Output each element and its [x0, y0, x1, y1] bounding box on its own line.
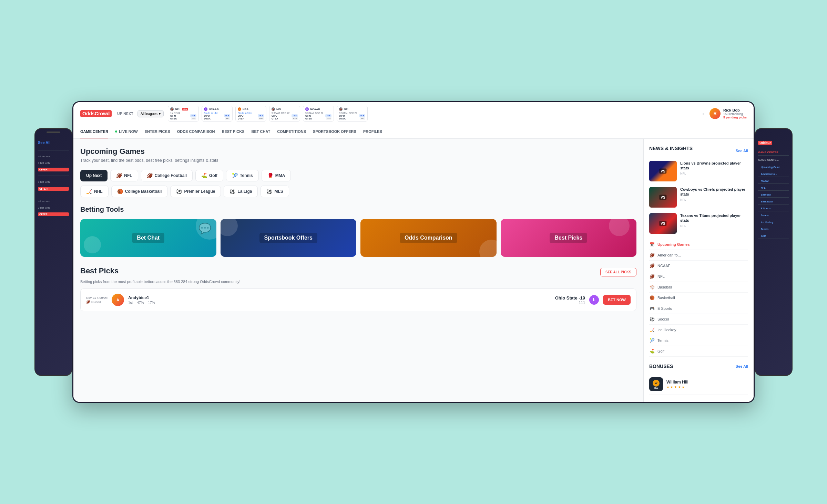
upcoming-games-title: Upcoming Games [80, 147, 636, 156]
news-league-3: NFL [680, 224, 748, 228]
up-next-section: UP NEXT All leagues ▾ 🏈 NFL Live 1st 12:… [117, 106, 704, 122]
game-card-6[interactable]: 🏈 NFL 9:30AM, DEC 22 UIPU +6.5 UTSA o35 [337, 106, 368, 122]
right-nav-tennis[interactable]: Tennis [758, 227, 789, 232]
right-nav-basketball[interactable]: Basketball [758, 199, 789, 204]
ice-hockey-nav-icon: 🏒 [649, 327, 655, 332]
nfl-icon-1: 🏈 [170, 107, 174, 111]
game-card-4[interactable]: 🏈 NFL 9:30AM, DEC 22 UIPU +6.5 UTSA o35 [269, 106, 300, 122]
star-2: ★ [670, 385, 673, 389]
sidebar-nav-esports-label: E Sports [657, 306, 672, 311]
nav-sportsbook-offers[interactable]: SPORTSBOOK OFFERS [313, 125, 356, 138]
tool-card-bet-chat[interactable]: 💬 Bet Chat [80, 219, 216, 257]
sidebar-nav-esports[interactable]: 🎮 E Sports [649, 303, 748, 314]
bonus-card-william-hill[interactable]: W HILL William Hill ★ ★ ★ ★ ★ [649, 374, 748, 395]
sidebar-nav-nfl[interactable]: 🏈 NFL [649, 271, 748, 282]
sport-btn-college-football[interactable]: 🏈 College Football [141, 170, 193, 181]
logo[interactable]: OddsCrowd [80, 110, 112, 117]
sidebar-nav-ice-hockey-label: Ice Hockey [657, 328, 676, 332]
sidebar-nav-american-football[interactable]: 🏈 American fo... [649, 250, 748, 261]
sport-btn-college-basketball[interactable]: 🏀 College Basketball [111, 186, 168, 197]
sidebar-nav-tennis[interactable]: 🎾 Tennis [649, 335, 748, 346]
sidebar-nav-soccer[interactable]: ⚽ Soccer [649, 314, 748, 325]
news-card-1[interactable]: VS Lions vs Browns projected player stat… [649, 161, 748, 181]
right-nav-baseball[interactable]: Baseball [758, 192, 789, 198]
nfl-icon-2: 🏈 [272, 107, 275, 111]
team-5b: UTSA [305, 117, 312, 120]
pick-card: Nov 21 4:00AM 🏈 NCAAF A Andybice1 1st [80, 288, 636, 311]
right-nav-ice-hockey[interactable]: Ice Hockey [758, 220, 789, 225]
nav-odds-comparison[interactable]: ODDS COMPARISON [177, 125, 215, 138]
sidebar-nav-baseball[interactable]: ⚾ Baseball [649, 282, 748, 293]
pick-rank: 1st [128, 301, 133, 305]
tool-card-sportsbook[interactable]: Sportsbook Offers [221, 219, 357, 257]
left-offer-2[interactable]: OFFER [38, 187, 69, 191]
right-nav-esports[interactable]: E Sports [758, 206, 789, 211]
nav-best-picks[interactable]: BEST PICKS [222, 125, 244, 138]
right-nav-soccer[interactable]: Soccer [758, 213, 789, 218]
upcoming-games-nav-icon: 📅 [649, 242, 655, 247]
nav-live-now[interactable]: LIVE NOW [115, 125, 137, 138]
see-all-picks-button[interactable]: SEE ALL PICKS [600, 268, 636, 276]
bonuses-see-all[interactable]: See All [736, 364, 748, 368]
game-card-2[interactable]: B NCAAB Starts in 11m UIPU +6.5 UTSA o35 [202, 106, 233, 122]
right-nav-game-center[interactable]: GAME CENTER [758, 149, 789, 156]
news-card-2[interactable]: VS Cowboys vs Chiefs projected player st… [649, 187, 748, 208]
games-next-icon[interactable]: › [702, 111, 704, 116]
news-see-all[interactable]: See All [736, 149, 748, 153]
tennis-icon: 🎾 [232, 173, 238, 178]
sport-btn-golf[interactable]: ⛳ Golf [195, 170, 223, 181]
nav-game-center[interactable]: GAME CENTER [80, 125, 108, 138]
sport-label-nfl: NFL [124, 173, 132, 178]
sidebar-nav-tennis-label: Tennis [657, 338, 668, 343]
user-remaining: 15u remaining [723, 112, 747, 116]
sidebar-nav-ncaaf[interactable]: 🏈 NCAAF [649, 261, 748, 271]
sidebar-nav-golf-label: Golf [657, 349, 664, 353]
tool-card-odds[interactable]: Odds Comparison [360, 219, 497, 257]
sidebar-nav-basketball[interactable]: 🏀 Basketball [649, 293, 748, 303]
left-offer-1[interactable]: OFFER [38, 168, 69, 171]
sport-btn-la-liga[interactable]: ⚽ La Liga [224, 186, 258, 197]
sport-btn-mma[interactable]: 🥊 MMA [262, 170, 291, 181]
all-leagues-button[interactable]: All leagues ▾ [137, 110, 164, 117]
sport-btn-mls[interactable]: ⚽ MLS [261, 186, 289, 197]
sport-filters: Up Next 🏈 NFL 🏈 College Football ⛳ G [80, 170, 636, 181]
right-nav-nfl[interactable]: NFL [758, 185, 789, 191]
left-phone-see-all[interactable]: See All [38, 139, 69, 146]
news-image-lions: VS [649, 161, 677, 181]
william-hill-info: William Hill ★ ★ ★ ★ ★ [666, 380, 748, 389]
right-nav-american-fo[interactable]: American fo... [758, 171, 789, 177]
nav-profiles[interactable]: PROFILES [363, 125, 382, 138]
right-nav-ncaaf[interactable]: NCAAF [758, 178, 789, 184]
league-name-5: NCAAB [310, 108, 320, 111]
tool-card-best-picks[interactable]: Best Picks [501, 219, 637, 257]
right-nav-upcoming[interactable]: Upcoming Game [758, 165, 789, 170]
sidebar-nav-ice-hockey[interactable]: 🏒 Ice Hockey [649, 325, 748, 335]
upcoming-games-subtitle: Track your best, find the best odds, bes… [80, 158, 636, 163]
sport-btn-nhl[interactable]: 🏒 NHL [80, 186, 109, 197]
left-offer-3[interactable]: OFFER [38, 212, 69, 216]
game-time-5: 9:30AM, DEC 22 [305, 112, 331, 114]
bet-now-button[interactable]: BET NOW [603, 295, 631, 305]
sidebar-nav-upcoming-games[interactable]: 📅 Upcoming Games [649, 239, 748, 250]
sport-btn-premier-league[interactable]: ⚽ Premier League [170, 186, 221, 197]
sidebar-nav-soccer-label: Soccer [657, 317, 669, 321]
game-card-3[interactable]: N NBA Starts in 31m UIPU +6.5 UTSA o35 [235, 106, 266, 122]
news-card-3[interactable]: VS Texans vs Titans projected player sta… [649, 213, 748, 234]
right-nav-game-center-sub[interactable]: GAME CENTE... [758, 157, 789, 163]
game-card-5[interactable]: B NCAAB 9:30AM, DEC 22 UIPU +6.5 UTSA o3… [303, 106, 334, 122]
left-text-5: 0 bet with [38, 206, 69, 210]
right-nav-golf[interactable]: Golf [758, 233, 789, 239]
nav-bet-chat[interactable]: BET CHAT [251, 125, 270, 138]
nav-competitions-label: COMPETITIONS [277, 129, 306, 134]
star-5: ★ [682, 385, 685, 389]
left-text-3: 0 bet with [38, 180, 69, 184]
nav-game-center-label: GAME CENTER [80, 129, 108, 134]
nav-competitions[interactable]: COMPETITIONS [277, 125, 306, 138]
nav-enter-picks[interactable]: ENTER PICKS [145, 125, 170, 138]
sport-btn-nfl[interactable]: 🏈 NFL [110, 170, 138, 181]
game-card-1[interactable]: 🏈 NFL Live 1st 12:04 UIPU +6.5 UTSA o35 [168, 106, 199, 122]
sport-btn-up-next[interactable]: Up Next [80, 170, 108, 181]
news-content-3: Texans vs Titans projected player stats … [680, 213, 748, 228]
sidebar-nav-golf[interactable]: ⛳ Golf [649, 346, 748, 357]
sport-btn-tennis[interactable]: 🎾 Tennis [226, 170, 259, 181]
